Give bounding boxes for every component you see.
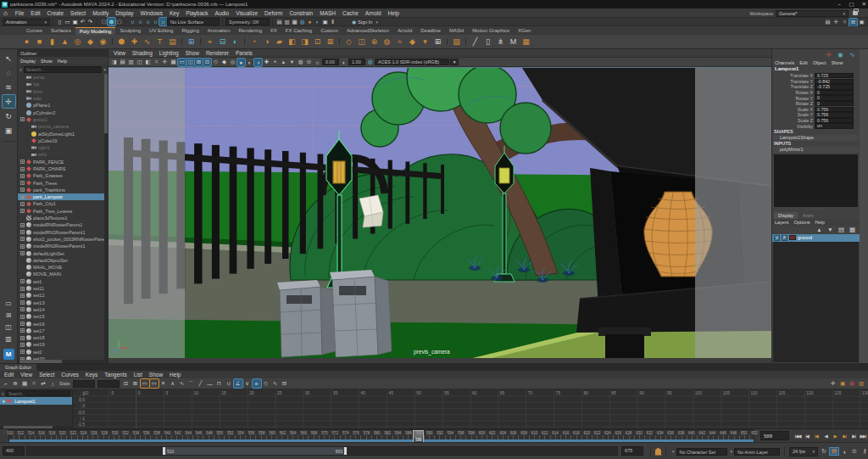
- expand-icon[interactable]: +: [20, 188, 25, 192]
- new-empty-layer-icon[interactable]: ▤: [837, 225, 846, 234]
- lattice-deform-keys-icon[interactable]: ▦: [20, 379, 29, 388]
- gate-mask-icon[interactable]: ◫: [186, 59, 194, 66]
- resolution-gate-icon[interactable]: ▭: [178, 59, 186, 66]
- outliner-item-top[interactable]: top: [18, 81, 108, 87]
- outliner-item-place3dTexture1[interactable]: place3dTexture1: [18, 215, 108, 221]
- panel-menu-view[interactable]: View: [110, 50, 129, 56]
- panel-menu-renderer[interactable]: Renderer: [203, 50, 232, 56]
- gamma-field[interactable]: 1.00: [348, 59, 365, 65]
- search-options-caret[interactable]: ▾: [103, 67, 106, 72]
- light-editor-icon[interactable]: ◐: [314, 18, 321, 25]
- plateau-tangent-icon[interactable]: ∪: [225, 379, 233, 388]
- menu-help[interactable]: Help: [385, 10, 403, 16]
- outliner-menu-display[interactable]: Display: [18, 59, 38, 64]
- lock-camera-icon[interactable]: ▤: [119, 59, 126, 66]
- poly-cylinder-icon[interactable]: ▮: [47, 36, 58, 48]
- outliner-item-Park_Trees[interactable]: +Park_Trees: [18, 179, 108, 186]
- step-tangent-icon[interactable]: ⊓: [215, 379, 224, 388]
- menu-select[interactable]: Select: [67, 10, 89, 16]
- snap-live-surface-icon[interactable]: ∪: [159, 18, 167, 25]
- fixed-tangent-icon[interactable]: ∨: [243, 379, 252, 388]
- shelf-tab-curves[interactable]: Curves: [22, 27, 47, 34]
- outliner-item-aiSkyDomeLight1[interactable]: aiSkyDomeLight1: [18, 130, 108, 137]
- region-keys-icon[interactable]: ⌗: [30, 379, 38, 388]
- outliner-item-set1[interactable]: +set1: [18, 278, 108, 285]
- expand-icon[interactable]: +: [20, 294, 25, 298]
- layer-menu-help[interactable]: Help: [812, 220, 826, 225]
- play-backwards-button[interactable]: ◀: [821, 434, 830, 439]
- go-to-end-button[interactable]: ▶▶|: [859, 434, 867, 439]
- break-tangents-icon[interactable]: ✕: [159, 379, 168, 388]
- add-key-icon[interactable]: ↕: [48, 379, 57, 388]
- tab-anim[interactable]: Anim: [798, 212, 818, 219]
- shelf-tab-xgen[interactable]: XGen: [514, 27, 535, 34]
- poly-plane-icon[interactable]: ◆: [85, 36, 96, 48]
- layout-persp-outliner-icon[interactable]: ◫: [3, 322, 14, 332]
- animation-start-field[interactable]: 400: [3, 446, 25, 456]
- tab-display[interactable]: Display: [774, 212, 798, 219]
- channel-value-field[interactable]: 0.756: [815, 107, 854, 112]
- outliner-search-input[interactable]: [24, 66, 103, 73]
- move-layer-up-icon[interactable]: ▴: [815, 225, 824, 234]
- maximize-button[interactable]: ▢: [849, 1, 854, 8]
- view-transform-caret[interactable]: ▾: [450, 59, 459, 65]
- outliner-item-modelRN1RosterParent1[interactable]: +modelRN1RosterParent1: [18, 229, 108, 236]
- expand-icon[interactable]: +: [20, 279, 25, 283]
- outliner-item-pPlane1[interactable]: pPlane1: [18, 102, 108, 109]
- xray-icon[interactable]: ⊙: [305, 59, 313, 66]
- channel-menu-channels[interactable]: Channels: [772, 60, 797, 65]
- select-hierarchy-icon[interactable]: ⬡: [100, 18, 108, 25]
- multi-cut-icon[interactable]: ◨: [299, 36, 310, 48]
- wireframe-icon[interactable]: ◆: [220, 59, 228, 66]
- render-current-frame-icon[interactable]: ▥: [283, 18, 291, 25]
- minimize-button[interactable]: −: [838, 2, 842, 8]
- extrude-icon[interactable]: ◔: [248, 36, 259, 48]
- time-marker-icon[interactable]: ▣: [838, 379, 847, 388]
- graph-tree-item-lampost1[interactable]: ▾ Lampost1: [0, 397, 72, 405]
- menu-constrain[interactable]: Constrain: [286, 10, 316, 16]
- auto-tangent-icon[interactable]: ∠: [234, 379, 242, 388]
- depth-of-field-icon[interactable]: ▾: [288, 59, 296, 66]
- outliner-menu-show[interactable]: Show: [38, 59, 55, 64]
- shelf-tab-surfaces[interactable]: Surfaces: [47, 27, 75, 34]
- maya-workspace-icon[interactable]: M: [3, 349, 14, 360]
- select-object-icon[interactable]: ⬢: [108, 18, 115, 25]
- graph-menu-curves[interactable]: Curves: [58, 372, 82, 378]
- view-transform-dropdown[interactable]: ACES 1.0 SDR-video (sRGB): [375, 59, 449, 65]
- bridge-icon[interactable]: ▰: [274, 36, 285, 48]
- shelf-tab-fx[interactable]: FX: [266, 27, 281, 34]
- shelf-tab-rigging[interactable]: Rigging: [177, 27, 203, 34]
- lattice-icon[interactable]: ⊞: [432, 36, 443, 48]
- layout-single-pane-icon[interactable]: ▭: [3, 298, 14, 308]
- shadows-icon[interactable]: ◑: [254, 59, 262, 66]
- channel-value-field[interactable]: 0: [815, 101, 854, 106]
- snap-point-icon[interactable]: ∪: [144, 18, 152, 25]
- step-forward-key-button[interactable]: ▶|: [840, 434, 849, 439]
- shelf-tab-uv-editing[interactable]: UV Editing: [145, 27, 177, 34]
- outliner-menu-help[interactable]: Help: [55, 59, 70, 64]
- cached-playback-icon[interactable]: ▤: [830, 448, 838, 455]
- outliner-item-set13[interactable]: +set13: [18, 299, 108, 306]
- select-camera-icon[interactable]: ◨: [110, 59, 118, 66]
- average-vertices-icon[interactable]: ⊕: [369, 36, 380, 48]
- expand-icon[interactable]: +: [20, 287, 25, 291]
- channel-value-field[interactable]: 0: [815, 90, 854, 95]
- layer-menu-options[interactable]: Options: [792, 220, 813, 225]
- show-outliner-icon[interactable]: ▣: [858, 19, 865, 26]
- target-weld-icon[interactable]: ◇: [343, 36, 354, 48]
- render-settings-icon[interactable]: ◍: [298, 18, 306, 25]
- menu-deform[interactable]: Deform: [261, 10, 286, 16]
- outliner-item-set11[interactable]: +set11: [18, 285, 108, 292]
- shelf-tab-advancedskeleton[interactable]: AdvancedSkeleton: [342, 27, 393, 34]
- expand-icon[interactable]: +: [20, 167, 25, 171]
- outliner-item-left1[interactable]: left1: [18, 151, 108, 158]
- panel-menu-show[interactable]: Show: [182, 50, 203, 56]
- camera-attributes-icon[interactable]: ▥: [127, 59, 135, 66]
- menu-create[interactable]: Create: [44, 10, 68, 16]
- outliner-item-modelRN2RosterParent1[interactable]: +modelRN2RosterParent1: [18, 243, 108, 249]
- unify-tangents-icon[interactable]: ∧: [169, 379, 177, 388]
- auto-keyframe-icon[interactable]: ⚷: [860, 448, 868, 455]
- move-nearest-key-icon[interactable]: ⌐: [2, 379, 10, 388]
- snap-curve-icon[interactable]: ∪: [136, 18, 144, 25]
- exposure-field[interactable]: 0.00: [322, 59, 339, 65]
